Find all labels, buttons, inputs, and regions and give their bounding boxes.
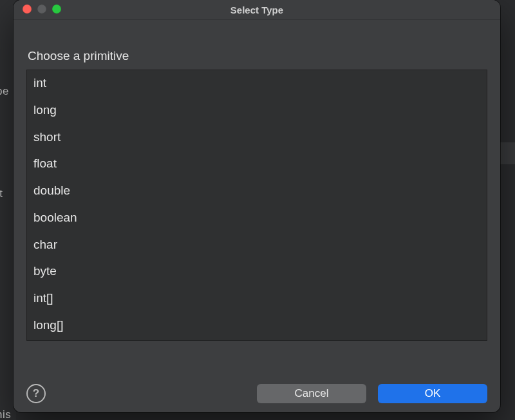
list-item[interactable]: int bbox=[27, 70, 487, 97]
background-text-fragment: pe bbox=[0, 85, 9, 98]
list-item[interactable]: char bbox=[27, 232, 487, 259]
window-title: Select Type bbox=[230, 5, 283, 15]
list-item[interactable]: boolean bbox=[27, 205, 487, 232]
list-item[interactable]: short bbox=[27, 124, 487, 151]
instruction-label: Choose a primitive bbox=[28, 49, 487, 63]
list-item[interactable]: byte bbox=[27, 258, 487, 285]
list-item[interactable]: double bbox=[27, 178, 487, 205]
select-type-dialog: Select Type Choose a primitive int long … bbox=[14, 0, 500, 412]
dialog-footer: ? Cancel OK bbox=[14, 375, 500, 412]
cancel-button[interactable]: Cancel bbox=[257, 384, 366, 403]
window-minimize-button[interactable] bbox=[37, 5, 46, 14]
ok-button[interactable]: OK bbox=[378, 384, 487, 403]
ok-button-label: OK bbox=[425, 387, 441, 400]
list-item[interactable]: long bbox=[27, 97, 487, 124]
primitive-list[interactable]: int long short float double boolean char… bbox=[26, 70, 487, 341]
help-button[interactable]: ? bbox=[26, 384, 46, 403]
titlebar: Select Type bbox=[14, 0, 500, 20]
window-close-button[interactable] bbox=[23, 5, 32, 14]
help-icon: ? bbox=[33, 387, 39, 400]
list-item[interactable]: long[] bbox=[27, 312, 487, 339]
cancel-button-label: Cancel bbox=[295, 387, 329, 400]
window-controls bbox=[23, 5, 61, 14]
list-item[interactable]: int[] bbox=[27, 285, 487, 312]
background-text-fragment: tt bbox=[0, 187, 3, 200]
list-item[interactable]: float bbox=[27, 151, 487, 178]
window-zoom-button[interactable] bbox=[52, 5, 61, 14]
background-text-fragment: his bbox=[0, 408, 11, 420]
